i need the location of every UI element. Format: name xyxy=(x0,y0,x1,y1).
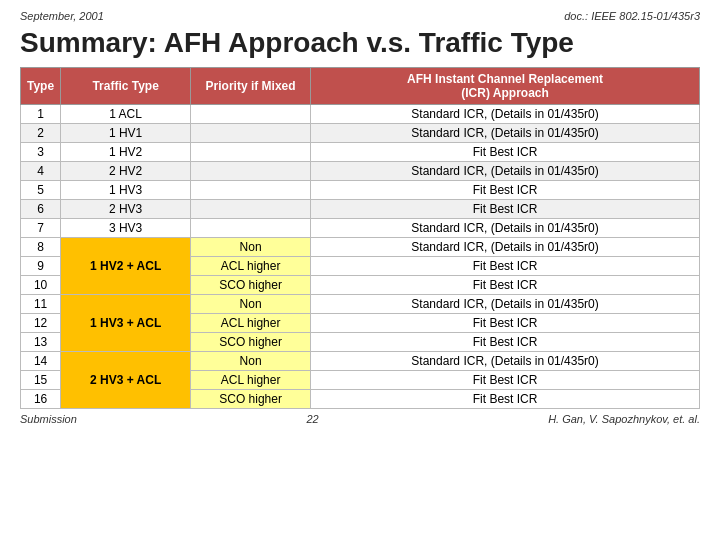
header-right: doc.: IEEE 802.15-01/435r3 xyxy=(564,10,700,22)
cell-type: 6 xyxy=(21,199,61,218)
table-row: 21 HV1Standard ICR, (Details in 01/435r0… xyxy=(21,123,700,142)
cell-afh: Fit Best ICR xyxy=(311,142,700,161)
cell-afh: Standard ICR, (Details in 01/435r0) xyxy=(311,123,700,142)
cell-type: 13 xyxy=(21,332,61,351)
cell-priority xyxy=(191,104,311,123)
cell-traffic: 2 HV2 xyxy=(61,161,191,180)
cell-priority: Non xyxy=(191,351,311,370)
footer-left: Submission xyxy=(20,413,77,425)
cell-afh: Standard ICR, (Details in 01/435r0) xyxy=(311,104,700,123)
cell-afh: Fit Best ICR xyxy=(311,370,700,389)
table-header-row: Type Traffic Type Priority if Mixed AFH … xyxy=(21,67,700,104)
table-row: 73 HV3Standard ICR, (Details in 01/435r0… xyxy=(21,218,700,237)
cell-priority: Non xyxy=(191,294,311,313)
cell-afh: Standard ICR, (Details in 01/435r0) xyxy=(311,294,700,313)
cell-priority: ACL higher xyxy=(191,313,311,332)
cell-type: 10 xyxy=(21,275,61,294)
cell-afh: Standard ICR, (Details in 01/435r0) xyxy=(311,351,700,370)
page-title: Summary: AFH Approach v.s. Traffic Type xyxy=(20,28,700,59)
cell-type: 11 xyxy=(21,294,61,313)
table-row: 31 HV2Fit Best ICR xyxy=(21,142,700,161)
cell-traffic: 2 HV3 xyxy=(61,199,191,218)
table-row: 142 HV3 + ACLNonStandard ICR, (Details i… xyxy=(21,351,700,370)
main-table: Type Traffic Type Priority if Mixed AFH … xyxy=(20,67,700,409)
cell-afh: Standard ICR, (Details in 01/435r0) xyxy=(311,218,700,237)
table-row: 51 HV3Fit Best ICR xyxy=(21,180,700,199)
table-row: 111 HV3 + ACLNonStandard ICR, (Details i… xyxy=(21,294,700,313)
cell-afh: Fit Best ICR xyxy=(311,199,700,218)
cell-priority: SCO higher xyxy=(191,332,311,351)
cell-priority: SCO higher xyxy=(191,389,311,408)
cell-type: 9 xyxy=(21,256,61,275)
cell-traffic: 3 HV3 xyxy=(61,218,191,237)
cell-type: 14 xyxy=(21,351,61,370)
cell-afh: Fit Best ICR xyxy=(311,389,700,408)
cell-traffic: 2 HV3 + ACL xyxy=(61,351,191,408)
cell-afh: Fit Best ICR xyxy=(311,332,700,351)
cell-traffic: 1 HV3 + ACL xyxy=(61,294,191,351)
cell-afh: Fit Best ICR xyxy=(311,313,700,332)
cell-priority xyxy=(191,180,311,199)
cell-priority xyxy=(191,142,311,161)
table-row: 11 ACLStandard ICR, (Details in 01/435r0… xyxy=(21,104,700,123)
cell-traffic: 1 HV3 xyxy=(61,180,191,199)
cell-type: 7 xyxy=(21,218,61,237)
col-header-type: Type xyxy=(21,67,61,104)
cell-type: 4 xyxy=(21,161,61,180)
cell-type: 8 xyxy=(21,237,61,256)
cell-priority xyxy=(191,123,311,142)
page: September, 2001 doc.: IEEE 802.15-01/435… xyxy=(0,0,720,540)
cell-type: 12 xyxy=(21,313,61,332)
col-header-afh: AFH Instant Channel Replacement(ICR) App… xyxy=(311,67,700,104)
cell-type: 15 xyxy=(21,370,61,389)
cell-traffic: 1 HV2 + ACL xyxy=(61,237,191,294)
header-left: September, 2001 xyxy=(20,10,104,22)
table-row: 62 HV3Fit Best ICR xyxy=(21,199,700,218)
cell-priority: ACL higher xyxy=(191,370,311,389)
cell-afh: Fit Best ICR xyxy=(311,180,700,199)
cell-traffic: 1 ACL xyxy=(61,104,191,123)
cell-priority xyxy=(191,199,311,218)
header-bar: September, 2001 doc.: IEEE 802.15-01/435… xyxy=(20,10,700,22)
cell-priority xyxy=(191,218,311,237)
cell-traffic: 1 HV2 xyxy=(61,142,191,161)
cell-type: 1 xyxy=(21,104,61,123)
table-row: 81 HV2 + ACLNonStandard ICR, (Details in… xyxy=(21,237,700,256)
cell-priority: SCO higher xyxy=(191,275,311,294)
cell-priority: ACL higher xyxy=(191,256,311,275)
cell-type: 5 xyxy=(21,180,61,199)
cell-afh: Fit Best ICR xyxy=(311,275,700,294)
table-row: 42 HV2Standard ICR, (Details in 01/435r0… xyxy=(21,161,700,180)
cell-type: 16 xyxy=(21,389,61,408)
col-header-priority: Priority if Mixed xyxy=(191,67,311,104)
cell-priority xyxy=(191,161,311,180)
cell-afh: Standard ICR, (Details in 01/435r0) xyxy=(311,237,700,256)
cell-afh: Standard ICR, (Details in 01/435r0) xyxy=(311,161,700,180)
cell-priority: Non xyxy=(191,237,311,256)
col-header-traffic: Traffic Type xyxy=(61,67,191,104)
cell-type: 2 xyxy=(21,123,61,142)
footer-bar: Submission 22 H. Gan, V. Sapozhnykov, et… xyxy=(20,413,700,425)
footer-center: 22 xyxy=(306,413,318,425)
cell-traffic: 1 HV1 xyxy=(61,123,191,142)
footer-right: H. Gan, V. Sapozhnykov, et. al. xyxy=(548,413,700,425)
cell-type: 3 xyxy=(21,142,61,161)
cell-afh: Fit Best ICR xyxy=(311,256,700,275)
